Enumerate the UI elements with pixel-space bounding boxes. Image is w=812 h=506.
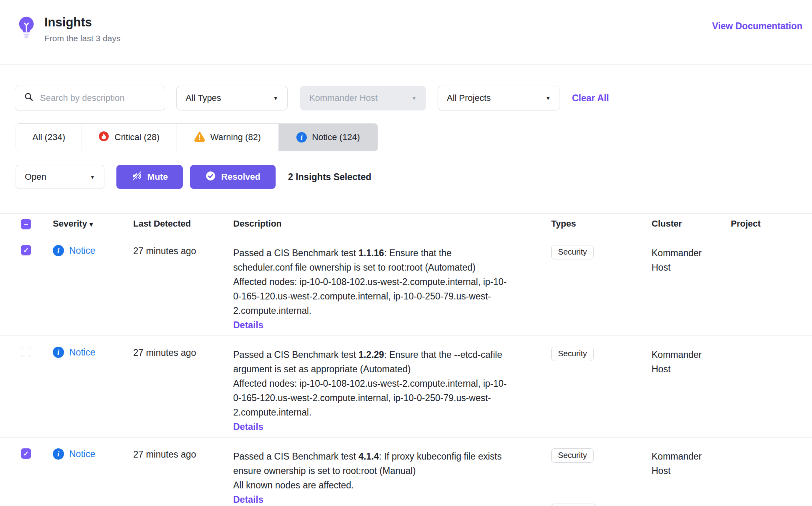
severity-tabs: All (234) Critical (28) Warning (82) i N…: [16, 123, 378, 151]
projects-filter-dropdown[interactable]: All Projects ▼: [438, 86, 560, 110]
search-input[interactable]: [40, 93, 156, 103]
last-detected-value: 27 minutes ago: [133, 245, 233, 257]
column-header-description: Description: [233, 219, 551, 229]
description-cell: Passed a CIS Benchmark test 1.1.16: Ensu…: [233, 245, 511, 332]
lightbulb-icon: [18, 16, 35, 64]
type-tag-partial: [551, 504, 596, 506]
affected-nodes-text: Affected nodes: ip-10-0-108-102.us-west-…: [233, 275, 511, 318]
table-row: i Notice 27 minutes ago Passed a CIS Ben…: [0, 234, 812, 336]
column-header-cluster: Cluster: [652, 219, 731, 229]
project-value: [731, 245, 812, 246]
tab-notice-label: Notice (124): [312, 132, 360, 143]
cluster-filter-dropdown-disabled: Kommander Host ▼: [300, 86, 426, 110]
cluster-value: Kommander Host: [652, 347, 718, 376]
benchmark-test-id: 1.1.16: [358, 248, 384, 258]
projects-filter-value: All Projects: [447, 93, 491, 103]
tab-all[interactable]: All (234): [16, 124, 82, 151]
type-tag: Security: [551, 245, 594, 259]
table-row: i Notice 27 minutes ago Passed a CIS Ben…: [0, 438, 812, 506]
column-header-types: Types: [551, 219, 652, 229]
page-title: Insights: [44, 15, 120, 30]
chevron-down-icon: ▼: [545, 95, 551, 101]
table-header-row: Severity▾ Last Detected Description Type…: [0, 213, 812, 234]
status-filter-dropdown[interactable]: Open ▼: [16, 165, 104, 189]
affected-nodes-text: All known nodes are affected.: [233, 478, 511, 492]
search-icon: [24, 92, 34, 104]
severity-link[interactable]: Notice: [69, 347, 95, 358]
search-box[interactable]: [15, 86, 165, 110]
column-header-last-detected: Last Detected: [133, 219, 233, 229]
tab-critical-label: Critical (28): [114, 132, 159, 143]
clear-all-link[interactable]: Clear All: [572, 93, 609, 104]
description-cell: Passed a CIS Benchmark test 1.2.29: Ensu…: [233, 347, 511, 434]
sort-desc-icon: ▾: [90, 221, 93, 228]
check-circle-icon: [205, 171, 216, 184]
benchmark-test-id: 1.2.29: [358, 349, 384, 360]
chevron-down-icon: ▼: [273, 95, 278, 101]
project-value: [731, 448, 812, 449]
severity-link[interactable]: Notice: [69, 245, 95, 256]
description-text: Passed a CIS Benchmark test 4.1.4: If pr…: [233, 449, 511, 478]
types-filter-value: All Types: [186, 93, 221, 103]
critical-icon: [98, 131, 109, 144]
notice-icon: i: [53, 245, 64, 256]
status-filter-value: Open: [25, 172, 46, 182]
chevron-down-icon: ▼: [411, 95, 417, 101]
mute-icon: [131, 171, 142, 184]
warning-icon: [194, 131, 205, 144]
cluster-filter-value: Kommander Host: [309, 93, 378, 103]
type-tag: Security: [551, 448, 594, 463]
tab-notice[interactable]: i Notice (124): [279, 124, 378, 151]
row-checkbox[interactable]: [21, 245, 31, 255]
last-detected-value: 27 minutes ago: [133, 347, 233, 358]
page-header: Insights From the last 3 days View Docum…: [0, 0, 812, 65]
mute-button-label: Mute: [147, 172, 168, 182]
selection-count-text: 2 Insights Selected: [288, 172, 371, 183]
select-all-checkbox[interactable]: [21, 219, 31, 229]
type-tag: Security: [551, 347, 594, 361]
filter-bar: All Types ▼ Kommander Host ▼ All Project…: [15, 86, 812, 110]
project-value: [731, 347, 812, 347]
severity-link[interactable]: Notice: [69, 449, 95, 460]
types-filter-dropdown[interactable]: All Types ▼: [176, 86, 288, 110]
tab-warning[interactable]: Warning (82): [176, 124, 279, 151]
tab-all-label: All (234): [32, 132, 65, 143]
last-detected-value: 27 minutes ago: [133, 448, 233, 460]
chevron-down-icon: ▼: [90, 174, 95, 180]
page-subtitle: From the last 3 days: [44, 34, 120, 43]
resolved-button[interactable]: Resolved: [190, 165, 276, 189]
resolved-button-label: Resolved: [221, 172, 260, 182]
affected-nodes-text: Affected nodes: ip-10-0-108-102.us-west-…: [233, 376, 511, 420]
column-header-project: Project: [731, 219, 812, 229]
insights-table: Severity▾ Last Detected Description Type…: [0, 213, 812, 506]
notice-icon: i: [53, 448, 64, 460]
details-link[interactable]: Details: [233, 318, 263, 332]
notice-icon: i: [53, 347, 64, 358]
details-link[interactable]: Details: [233, 420, 263, 434]
row-checkbox[interactable]: [21, 448, 31, 459]
table-row: i Notice 27 minutes ago Passed a CIS Ben…: [0, 336, 812, 438]
description-text: Passed a CIS Benchmark test 1.2.29: Ensu…: [233, 347, 511, 376]
benchmark-test-id: 4.1.4: [358, 451, 379, 462]
description-cell: Passed a CIS Benchmark test 4.1.4: If pr…: [233, 448, 511, 506]
notice-icon: i: [296, 132, 307, 143]
tab-critical[interactable]: Critical (28): [82, 124, 176, 151]
row-checkbox[interactable]: [21, 347, 31, 357]
bulk-actions-bar: Open ▼ Mute Resolved 2 Insights Selected: [16, 165, 812, 189]
cluster-value: Kommander Host: [652, 245, 718, 275]
cluster-value: Kommander Host: [652, 448, 718, 478]
description-text: Passed a CIS Benchmark test 1.1.16: Ensu…: [233, 246, 511, 275]
view-documentation-link[interactable]: View Documentation: [712, 21, 802, 64]
details-link[interactable]: Details: [233, 492, 263, 506]
column-header-severity[interactable]: Severity▾: [53, 219, 133, 229]
tab-warning-label: Warning (82): [210, 132, 261, 143]
mute-button[interactable]: Mute: [116, 165, 183, 189]
